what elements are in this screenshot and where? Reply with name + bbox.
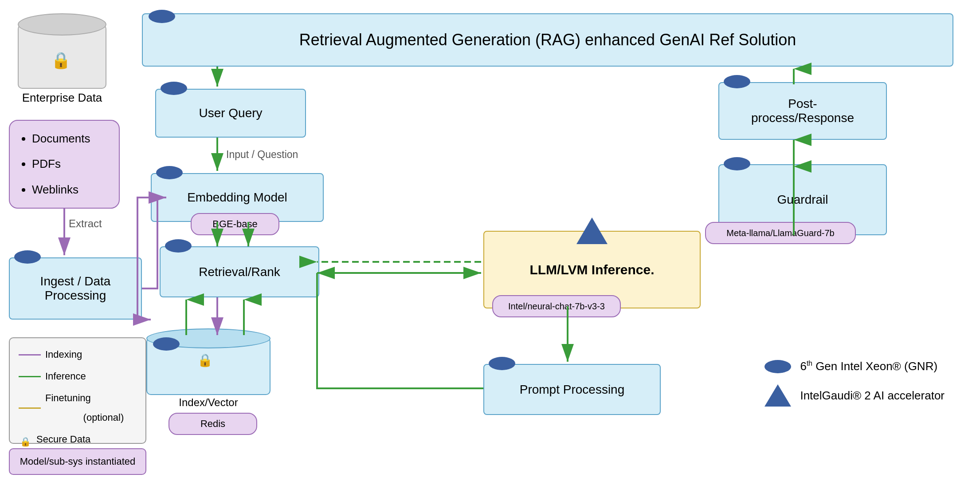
legend-box: Indexing Inference Finetuning (optional)… bbox=[9, 337, 146, 444]
gaudi-label: IntelGaudi® 2 AI accelerator bbox=[800, 389, 945, 403]
model-instantiated-box: Model/sub-sys instantiated bbox=[9, 448, 146, 475]
legend-inference: Inference bbox=[19, 367, 137, 386]
legend-inference-label: Inference bbox=[45, 367, 86, 386]
legend-finetuning-label: Finetuning (optional) bbox=[45, 388, 124, 427]
ingest-label: Ingest / DataProcessing bbox=[40, 274, 111, 303]
extract-label: Extract bbox=[69, 217, 102, 230]
embedding-oval bbox=[156, 166, 183, 179]
prompt-processing-label: Prompt Processing bbox=[520, 383, 625, 397]
legend-indexing-label: Indexing bbox=[45, 345, 82, 364]
llm-triangle bbox=[576, 217, 608, 244]
retrieval-rank-box: Retrieval/Rank bbox=[160, 246, 319, 297]
guardrail-label: Guardrail bbox=[777, 193, 828, 207]
redis-label: Redis bbox=[200, 418, 225, 430]
post-process-box: Post-process/Response bbox=[718, 82, 887, 140]
neural-chat-label: Intel/neural-chat-7b-v3-3 bbox=[508, 301, 605, 312]
index-lock-icon: 🔒 bbox=[197, 353, 213, 367]
title-text: Retrieval Augmented Generation (RAG) enh… bbox=[299, 31, 796, 49]
ingest-box: Ingest / DataProcessing bbox=[9, 257, 142, 320]
prompt-oval bbox=[489, 357, 515, 370]
legend-finetuning: Finetuning (optional) bbox=[19, 388, 137, 427]
model-instantiated-label: Model/sub-sys instantiated bbox=[20, 456, 135, 467]
bge-base-label: BGE-base bbox=[212, 218, 258, 230]
title-box: Retrieval Augmented Generation (RAG) enh… bbox=[142, 13, 953, 67]
llama-guard-label: Meta-llama/LlamaGuard-7b bbox=[726, 228, 834, 238]
xeon-label: 6th Gen Intel Xeon® (GNR) bbox=[800, 360, 937, 373]
input-question-label: Input / Question bbox=[226, 149, 298, 161]
diagram-container: Retrieval Augmented Generation (RAG) enh… bbox=[0, 0, 980, 482]
ingest-oval bbox=[14, 250, 41, 264]
legend-xeon: 6th Gen Intel Xeon® (GNR) bbox=[764, 360, 945, 373]
guardrail-oval bbox=[724, 157, 750, 170]
user-query-oval bbox=[161, 82, 187, 95]
data-list-item-documents: Documents bbox=[32, 126, 90, 151]
data-list-item-pdfs: PDFs bbox=[32, 151, 90, 177]
legend-gaudi: IntelGaudi® 2 AI accelerator bbox=[764, 384, 945, 407]
legend-secure: 🔒 Secure Data bbox=[19, 430, 137, 449]
retrieval-label: Retrieval/Rank bbox=[199, 265, 280, 279]
post-process-oval bbox=[724, 75, 750, 88]
redis-box: Redis bbox=[169, 413, 257, 435]
index-oval bbox=[153, 337, 180, 351]
legend-secure-label: Secure Data bbox=[36, 430, 90, 449]
data-list-box: Documents PDFs Weblinks bbox=[9, 120, 120, 209]
data-list: Documents PDFs Weblinks bbox=[23, 126, 90, 202]
user-query-box: User Query bbox=[155, 89, 306, 138]
lock-icon: 🔒 bbox=[51, 51, 71, 70]
enterprise-data-cylinder: 🔒 Enterprise Data bbox=[18, 13, 106, 105]
data-list-item-weblinks: Weblinks bbox=[32, 177, 90, 202]
xeon-oval-icon bbox=[764, 360, 791, 373]
title-oval bbox=[149, 10, 175, 23]
retrieval-oval bbox=[165, 239, 192, 253]
enterprise-data-label: Enterprise Data bbox=[18, 91, 106, 105]
llama-guard-box: Meta-llama/LlamaGuard-7b bbox=[705, 222, 856, 244]
right-legend: 6th Gen Intel Xeon® (GNR) IntelGaudi® 2 … bbox=[764, 360, 945, 415]
gaudi-triangle-icon bbox=[764, 384, 791, 407]
prompt-processing-box: Prompt Processing bbox=[483, 364, 661, 415]
post-process-label: Post-process/Response bbox=[751, 97, 854, 125]
llm-label: LLM/LVM Inference. bbox=[529, 262, 654, 277]
embedding-label: Embedding Model bbox=[187, 190, 287, 205]
index-vector-container: 🔒 Index/VectorDatabase bbox=[146, 328, 270, 425]
neural-chat-box: Intel/neural-chat-7b-v3-3 bbox=[492, 295, 621, 317]
user-query-label: User Query bbox=[199, 106, 262, 120]
bge-base-box: BGE-base bbox=[191, 213, 279, 235]
legend-indexing: Indexing bbox=[19, 345, 137, 364]
